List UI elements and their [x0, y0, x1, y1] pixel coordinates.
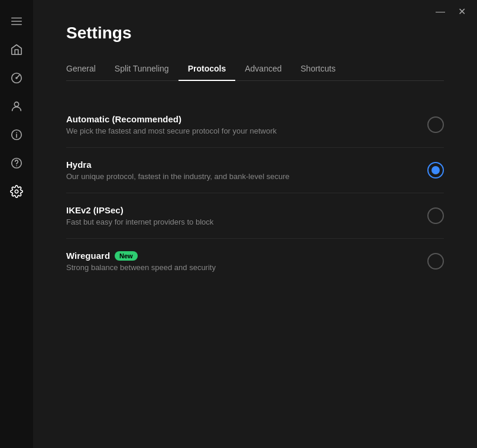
protocol-wireguard-name: Wireguard New	[66, 251, 418, 261]
minimize-button[interactable]: —	[432, 4, 449, 20]
protocol-wireguard-radio[interactable]	[427, 253, 444, 270]
sidebar-item-info[interactable]	[5, 123, 28, 147]
sidebar-item-menu[interactable]	[5, 9, 28, 33]
wireguard-new-badge: New	[115, 251, 138, 261]
tab-general[interactable]: General	[66, 59, 105, 80]
svg-point-5	[14, 102, 18, 106]
svg-point-10	[17, 165, 17, 166]
protocol-ikev2[interactable]: IKEv2 (IPSec) Fast but easy for internet…	[66, 193, 444, 239]
tab-advanced[interactable]: Advanced	[235, 59, 291, 80]
protocol-ikev2-name: IKEv2 (IPSec)	[66, 205, 418, 215]
protocol-ikev2-desc: Fast but easy for internet providers to …	[66, 217, 418, 226]
protocol-automatic[interactable]: Automatic (Recommended) We pick the fast…	[66, 102, 444, 148]
tab-protocols[interactable]: Protocols	[179, 59, 236, 80]
sidebar-item-speed[interactable]	[5, 66, 28, 90]
protocol-wireguard-info: Wireguard New Strong balance between spe…	[66, 251, 418, 272]
sidebar-item-help[interactable]	[5, 151, 28, 175]
tab-split-tunneling[interactable]: Split Tunneling	[105, 59, 179, 80]
close-button[interactable]: ✕	[453, 4, 470, 20]
page-title: Settings	[66, 24, 444, 43]
sidebar-item-settings[interactable]	[5, 180, 28, 203]
tab-shortcuts[interactable]: Shortcuts	[291, 59, 345, 80]
protocol-ikev2-radio[interactable]	[427, 207, 444, 224]
protocol-hydra-desc: Our unique protocol, fastest in the indu…	[66, 172, 418, 181]
main-content: — ✕ Settings General Split Tunneling Pro…	[33, 0, 477, 448]
content-area: Settings General Split Tunneling Protoco…	[33, 24, 477, 448]
svg-point-8	[17, 132, 17, 133]
tabs: General Split Tunneling Protocols Advanc…	[66, 59, 444, 81]
protocol-automatic-desc: We pick the fastest and most secure prot…	[66, 126, 418, 135]
protocol-automatic-radio[interactable]	[427, 116, 444, 133]
protocol-wireguard-desc: Strong balance between speed and securit…	[66, 263, 418, 272]
protocol-hydra[interactable]: Hydra Our unique protocol, fastest in th…	[66, 148, 444, 193]
protocol-automatic-name: Automatic (Recommended)	[66, 114, 418, 124]
protocol-automatic-info: Automatic (Recommended) We pick the fast…	[66, 114, 418, 135]
svg-point-4	[15, 77, 18, 79]
titlebar: — ✕	[33, 0, 477, 24]
svg-point-11	[15, 190, 18, 193]
protocol-hydra-name: Hydra	[66, 160, 418, 170]
protocol-ikev2-info: IKEv2 (IPSec) Fast but easy for internet…	[66, 205, 418, 226]
protocol-hydra-radio[interactable]	[427, 162, 444, 178]
protocol-wireguard[interactable]: Wireguard New Strong balance between spe…	[66, 239, 444, 284]
sidebar	[0, 0, 33, 448]
sidebar-item-home[interactable]	[5, 38, 28, 61]
sidebar-item-account[interactable]	[5, 95, 28, 118]
protocol-list: Automatic (Recommended) We pick the fast…	[66, 102, 444, 284]
protocol-hydra-info: Hydra Our unique protocol, fastest in th…	[66, 160, 418, 181]
